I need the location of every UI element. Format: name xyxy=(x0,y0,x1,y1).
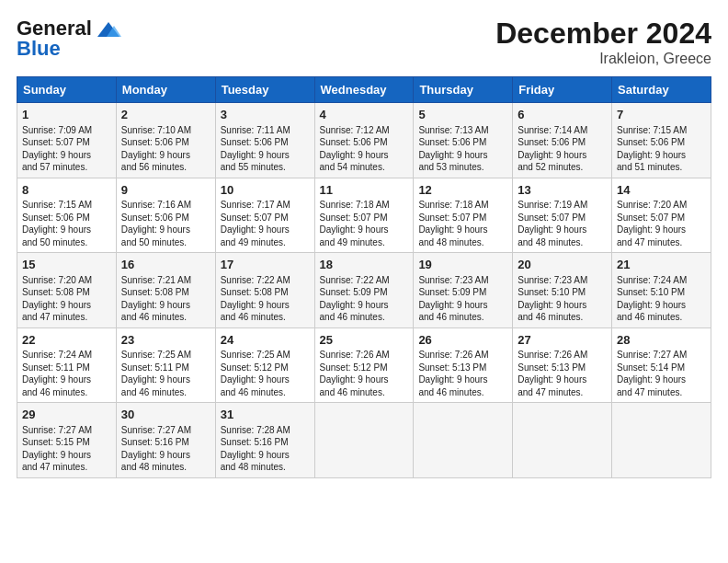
calendar-cell: 10Sunrise: 7:17 AMSunset: 5:07 PMDayligh… xyxy=(215,178,314,253)
calendar-cell: 5Sunrise: 7:13 AMSunset: 5:06 PMDaylight… xyxy=(414,103,513,178)
day-number: 6 xyxy=(518,107,607,123)
day-info: Sunrise: 7:25 AM xyxy=(221,349,310,362)
day-info: Daylight: 9 hours xyxy=(518,224,607,236)
day-info: Daylight: 9 hours xyxy=(617,149,706,162)
day-info: Sunset: 5:14 PM xyxy=(617,362,706,374)
day-info: Daylight: 9 hours xyxy=(121,373,210,386)
day-info: Sunset: 5:16 PM xyxy=(121,436,210,449)
day-number: 16 xyxy=(121,257,210,273)
day-info: Daylight: 9 hours xyxy=(518,373,607,386)
column-headers: Sunday Monday Tuesday Wednesday Thursday… xyxy=(17,77,711,103)
calendar-cell: 17Sunrise: 7:22 AMSunset: 5:08 PMDayligh… xyxy=(215,253,314,328)
calendar-cell: 26Sunrise: 7:26 AMSunset: 5:13 PMDayligh… xyxy=(414,327,513,403)
col-saturday: Saturday xyxy=(612,77,711,103)
day-info: and 46 minutes. xyxy=(418,311,507,324)
logo: General Blue xyxy=(17,17,123,61)
col-sunday: Sunday xyxy=(17,77,117,103)
calendar-week-2: 8Sunrise: 7:15 AMSunset: 5:06 PMDaylight… xyxy=(17,178,711,253)
day-info: Sunset: 5:13 PM xyxy=(418,362,507,374)
day-info: and 55 minutes. xyxy=(221,161,310,174)
day-number: 9 xyxy=(121,182,210,199)
day-number: 5 xyxy=(418,107,507,123)
calendar-cell: 19Sunrise: 7:23 AMSunset: 5:09 PMDayligh… xyxy=(414,253,513,328)
day-info: and 51 minutes. xyxy=(617,161,706,174)
day-info: Sunrise: 7:12 AM xyxy=(320,124,409,137)
col-friday: Friday xyxy=(513,77,612,103)
calendar-cell: 8Sunrise: 7:15 AMSunset: 5:06 PMDaylight… xyxy=(17,178,117,253)
day-info: Daylight: 9 hours xyxy=(221,299,310,312)
calendar-table: Sunday Monday Tuesday Wednesday Thursday… xyxy=(17,76,711,478)
calendar-cell: 24Sunrise: 7:25 AMSunset: 5:12 PMDayligh… xyxy=(215,327,314,403)
day-info: Daylight: 9 hours xyxy=(617,224,706,236)
day-number: 12 xyxy=(418,182,507,199)
day-number: 15 xyxy=(22,257,111,273)
day-info: and 53 minutes. xyxy=(418,161,507,174)
day-info: Sunset: 5:08 PM xyxy=(22,286,111,299)
calendar-cell xyxy=(414,403,513,478)
day-info: Sunset: 5:06 PM xyxy=(518,136,607,149)
day-number: 17 xyxy=(221,257,310,273)
calendar-cell: 31Sunrise: 7:28 AMSunset: 5:16 PMDayligh… xyxy=(215,403,314,478)
calendar-cell: 7Sunrise: 7:15 AMSunset: 5:06 PMDaylight… xyxy=(612,103,711,178)
day-info: Sunset: 5:07 PM xyxy=(221,212,310,224)
day-info: Sunrise: 7:26 AM xyxy=(518,349,607,362)
day-info: and 48 minutes. xyxy=(518,236,607,249)
day-info: Sunset: 5:11 PM xyxy=(22,362,111,374)
day-info: Daylight: 9 hours xyxy=(22,224,111,236)
logo-icon xyxy=(94,20,123,39)
day-info: Sunrise: 7:09 AM xyxy=(22,124,111,137)
day-info: Daylight: 9 hours xyxy=(418,299,507,312)
day-number: 13 xyxy=(518,182,607,199)
day-info: Sunrise: 7:18 AM xyxy=(320,199,409,212)
col-tuesday: Tuesday xyxy=(215,77,314,103)
day-info: Sunrise: 7:25 AM xyxy=(121,349,210,362)
day-info: Sunset: 5:06 PM xyxy=(221,136,310,149)
day-info: Sunrise: 7:22 AM xyxy=(320,274,409,287)
day-info: Daylight: 9 hours xyxy=(320,299,409,312)
col-monday: Monday xyxy=(116,77,215,103)
calendar-cell: 3Sunrise: 7:11 AMSunset: 5:06 PMDaylight… xyxy=(215,103,314,178)
day-info: Sunset: 5:08 PM xyxy=(221,286,310,299)
calendar-cell: 29Sunrise: 7:27 AMSunset: 5:15 PMDayligh… xyxy=(17,403,117,478)
day-info: Sunrise: 7:24 AM xyxy=(617,274,706,287)
calendar-cell: 22Sunrise: 7:24 AMSunset: 5:11 PMDayligh… xyxy=(17,327,117,403)
day-info: Sunset: 5:06 PM xyxy=(617,136,706,149)
day-number: 3 xyxy=(221,107,310,123)
day-number: 23 xyxy=(121,332,210,349)
calendar-cell: 20Sunrise: 7:23 AMSunset: 5:10 PMDayligh… xyxy=(513,253,612,328)
day-info: Daylight: 9 hours xyxy=(320,373,409,386)
day-info: Sunset: 5:06 PM xyxy=(22,212,111,224)
day-info: Sunset: 5:07 PM xyxy=(22,136,111,149)
day-info: and 47 minutes. xyxy=(22,311,111,324)
day-info: Daylight: 9 hours xyxy=(418,373,507,386)
calendar-cell xyxy=(612,403,711,478)
day-info: Sunrise: 7:13 AM xyxy=(418,124,507,137)
calendar-cell: 23Sunrise: 7:25 AMSunset: 5:11 PMDayligh… xyxy=(116,327,215,403)
calendar-cell: 4Sunrise: 7:12 AMSunset: 5:06 PMDaylight… xyxy=(314,103,414,178)
day-info: Daylight: 9 hours xyxy=(418,224,507,236)
calendar-cell xyxy=(513,403,612,478)
day-info: Sunrise: 7:23 AM xyxy=(518,274,607,287)
day-info: Sunset: 5:07 PM xyxy=(617,212,706,224)
day-number: 30 xyxy=(121,407,210,423)
day-info: Sunset: 5:09 PM xyxy=(320,286,409,299)
day-info: Daylight: 9 hours xyxy=(617,299,706,312)
calendar-cell: 28Sunrise: 7:27 AMSunset: 5:14 PMDayligh… xyxy=(612,327,711,403)
day-info: Daylight: 9 hours xyxy=(221,449,310,462)
day-number: 11 xyxy=(320,182,409,199)
day-number: 21 xyxy=(617,257,706,273)
page-container: General Blue December 2024 Irakleion, Gr… xyxy=(0,0,728,488)
day-info: Sunrise: 7:23 AM xyxy=(418,274,507,287)
day-info: Daylight: 9 hours xyxy=(418,149,507,162)
day-info: and 54 minutes. xyxy=(320,161,409,174)
calendar-week-5: 29Sunrise: 7:27 AMSunset: 5:15 PMDayligh… xyxy=(17,403,711,478)
day-info: Sunrise: 7:18 AM xyxy=(418,199,507,212)
day-info: and 46 minutes. xyxy=(617,311,706,324)
day-number: 29 xyxy=(22,407,111,423)
day-info: and 46 minutes. xyxy=(221,386,310,399)
day-info: Sunset: 5:16 PM xyxy=(221,436,310,449)
calendar-cell: 13Sunrise: 7:19 AMSunset: 5:07 PMDayligh… xyxy=(513,178,612,253)
day-info: Sunset: 5:10 PM xyxy=(518,286,607,299)
day-info: and 46 minutes. xyxy=(518,311,607,324)
day-info: and 47 minutes. xyxy=(617,236,706,249)
